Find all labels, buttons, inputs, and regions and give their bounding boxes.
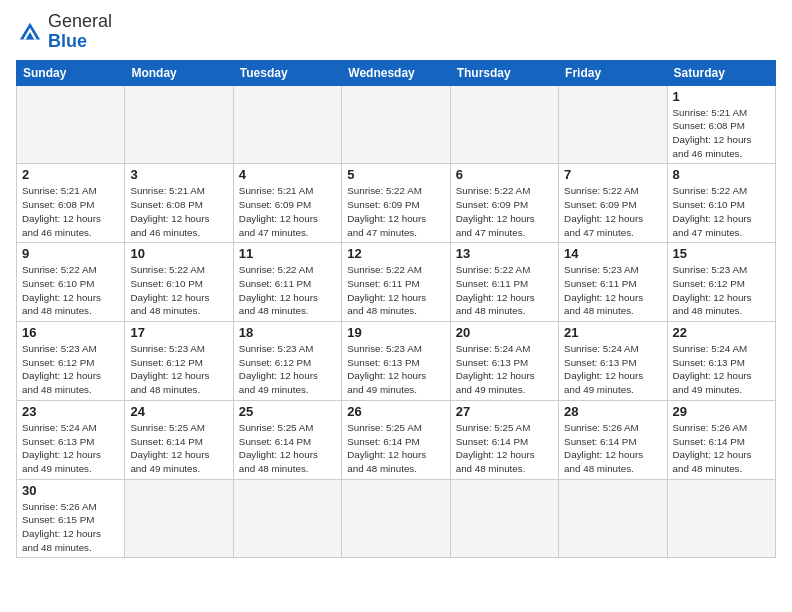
day-info: Sunrise: 5:22 AM Sunset: 6:10 PM Dayligh… bbox=[130, 263, 227, 318]
calendar-cell: 27Sunrise: 5:25 AM Sunset: 6:14 PM Dayli… bbox=[450, 400, 558, 479]
day-number: 25 bbox=[239, 404, 336, 419]
calendar-cell: 22Sunrise: 5:24 AM Sunset: 6:13 PM Dayli… bbox=[667, 322, 775, 401]
day-number: 18 bbox=[239, 325, 336, 340]
logo-icon bbox=[16, 21, 44, 43]
day-number: 11 bbox=[239, 246, 336, 261]
calendar-cell: 10Sunrise: 5:22 AM Sunset: 6:10 PM Dayli… bbox=[125, 243, 233, 322]
day-info: Sunrise: 5:22 AM Sunset: 6:11 PM Dayligh… bbox=[347, 263, 444, 318]
calendar-cell: 3Sunrise: 5:21 AM Sunset: 6:08 PM Daylig… bbox=[125, 164, 233, 243]
calendar-cell: 24Sunrise: 5:25 AM Sunset: 6:14 PM Dayli… bbox=[125, 400, 233, 479]
calendar-cell: 11Sunrise: 5:22 AM Sunset: 6:11 PM Dayli… bbox=[233, 243, 341, 322]
calendar-body: 1Sunrise: 5:21 AM Sunset: 6:08 PM Daylig… bbox=[17, 85, 776, 558]
day-info: Sunrise: 5:26 AM Sunset: 6:15 PM Dayligh… bbox=[22, 500, 119, 555]
day-info: Sunrise: 5:21 AM Sunset: 6:09 PM Dayligh… bbox=[239, 184, 336, 239]
calendar-cell: 29Sunrise: 5:26 AM Sunset: 6:14 PM Dayli… bbox=[667, 400, 775, 479]
day-info: Sunrise: 5:23 AM Sunset: 6:12 PM Dayligh… bbox=[22, 342, 119, 397]
day-info: Sunrise: 5:26 AM Sunset: 6:14 PM Dayligh… bbox=[673, 421, 770, 476]
calendar-cell bbox=[125, 85, 233, 164]
weekday-header-wednesday: Wednesday bbox=[342, 60, 450, 85]
calendar-cell: 2Sunrise: 5:21 AM Sunset: 6:08 PM Daylig… bbox=[17, 164, 125, 243]
day-number: 12 bbox=[347, 246, 444, 261]
day-number: 26 bbox=[347, 404, 444, 419]
calendar-cell bbox=[450, 479, 558, 558]
calendar-cell bbox=[342, 85, 450, 164]
calendar-cell: 4Sunrise: 5:21 AM Sunset: 6:09 PM Daylig… bbox=[233, 164, 341, 243]
day-info: Sunrise: 5:25 AM Sunset: 6:14 PM Dayligh… bbox=[239, 421, 336, 476]
day-number: 16 bbox=[22, 325, 119, 340]
day-number: 24 bbox=[130, 404, 227, 419]
day-info: Sunrise: 5:23 AM Sunset: 6:12 PM Dayligh… bbox=[239, 342, 336, 397]
calendar-cell: 8Sunrise: 5:22 AM Sunset: 6:10 PM Daylig… bbox=[667, 164, 775, 243]
day-info: Sunrise: 5:22 AM Sunset: 6:10 PM Dayligh… bbox=[22, 263, 119, 318]
calendar-cell bbox=[125, 479, 233, 558]
day-number: 7 bbox=[564, 167, 661, 182]
day-info: Sunrise: 5:26 AM Sunset: 6:14 PM Dayligh… bbox=[564, 421, 661, 476]
day-info: Sunrise: 5:21 AM Sunset: 6:08 PM Dayligh… bbox=[673, 106, 770, 161]
calendar-page: General Blue SundayMondayTuesdayWednesda… bbox=[0, 0, 792, 568]
weekday-header-monday: Monday bbox=[125, 60, 233, 85]
calendar-cell bbox=[342, 479, 450, 558]
day-number: 29 bbox=[673, 404, 770, 419]
day-number: 5 bbox=[347, 167, 444, 182]
day-info: Sunrise: 5:22 AM Sunset: 6:09 PM Dayligh… bbox=[456, 184, 553, 239]
calendar-cell bbox=[17, 85, 125, 164]
calendar-cell bbox=[233, 85, 341, 164]
calendar-cell bbox=[450, 85, 558, 164]
day-number: 27 bbox=[456, 404, 553, 419]
calendar-cell: 28Sunrise: 5:26 AM Sunset: 6:14 PM Dayli… bbox=[559, 400, 667, 479]
weekday-header-tuesday: Tuesday bbox=[233, 60, 341, 85]
day-info: Sunrise: 5:21 AM Sunset: 6:08 PM Dayligh… bbox=[22, 184, 119, 239]
day-info: Sunrise: 5:23 AM Sunset: 6:12 PM Dayligh… bbox=[130, 342, 227, 397]
calendar-cell bbox=[559, 479, 667, 558]
calendar-cell: 6Sunrise: 5:22 AM Sunset: 6:09 PM Daylig… bbox=[450, 164, 558, 243]
weekday-row: SundayMondayTuesdayWednesdayThursdayFrid… bbox=[17, 60, 776, 85]
day-info: Sunrise: 5:24 AM Sunset: 6:13 PM Dayligh… bbox=[22, 421, 119, 476]
day-number: 2 bbox=[22, 167, 119, 182]
day-info: Sunrise: 5:22 AM Sunset: 6:09 PM Dayligh… bbox=[564, 184, 661, 239]
calendar-cell: 25Sunrise: 5:25 AM Sunset: 6:14 PM Dayli… bbox=[233, 400, 341, 479]
calendar-cell: 12Sunrise: 5:22 AM Sunset: 6:11 PM Dayli… bbox=[342, 243, 450, 322]
week-row-2: 9Sunrise: 5:22 AM Sunset: 6:10 PM Daylig… bbox=[17, 243, 776, 322]
day-info: Sunrise: 5:23 AM Sunset: 6:11 PM Dayligh… bbox=[564, 263, 661, 318]
day-info: Sunrise: 5:22 AM Sunset: 6:10 PM Dayligh… bbox=[673, 184, 770, 239]
day-number: 14 bbox=[564, 246, 661, 261]
calendar-cell: 14Sunrise: 5:23 AM Sunset: 6:11 PM Dayli… bbox=[559, 243, 667, 322]
day-number: 22 bbox=[673, 325, 770, 340]
calendar-cell: 17Sunrise: 5:23 AM Sunset: 6:12 PM Dayli… bbox=[125, 322, 233, 401]
day-number: 6 bbox=[456, 167, 553, 182]
calendar-cell: 19Sunrise: 5:23 AM Sunset: 6:13 PM Dayli… bbox=[342, 322, 450, 401]
day-info: Sunrise: 5:21 AM Sunset: 6:08 PM Dayligh… bbox=[130, 184, 227, 239]
day-info: Sunrise: 5:22 AM Sunset: 6:11 PM Dayligh… bbox=[456, 263, 553, 318]
calendar-cell: 9Sunrise: 5:22 AM Sunset: 6:10 PM Daylig… bbox=[17, 243, 125, 322]
day-number: 20 bbox=[456, 325, 553, 340]
week-row-1: 2Sunrise: 5:21 AM Sunset: 6:08 PM Daylig… bbox=[17, 164, 776, 243]
weekday-header-saturday: Saturday bbox=[667, 60, 775, 85]
calendar-cell: 21Sunrise: 5:24 AM Sunset: 6:13 PM Dayli… bbox=[559, 322, 667, 401]
day-number: 17 bbox=[130, 325, 227, 340]
day-number: 30 bbox=[22, 483, 119, 498]
calendar-header: SundayMondayTuesdayWednesdayThursdayFrid… bbox=[17, 60, 776, 85]
day-info: Sunrise: 5:22 AM Sunset: 6:09 PM Dayligh… bbox=[347, 184, 444, 239]
day-number: 21 bbox=[564, 325, 661, 340]
logo-area: General Blue bbox=[16, 12, 112, 52]
week-row-5: 30Sunrise: 5:26 AM Sunset: 6:15 PM Dayli… bbox=[17, 479, 776, 558]
calendar-cell: 26Sunrise: 5:25 AM Sunset: 6:14 PM Dayli… bbox=[342, 400, 450, 479]
calendar-cell: 13Sunrise: 5:22 AM Sunset: 6:11 PM Dayli… bbox=[450, 243, 558, 322]
calendar-cell bbox=[667, 479, 775, 558]
calendar-table: SundayMondayTuesdayWednesdayThursdayFrid… bbox=[16, 60, 776, 559]
calendar-cell: 18Sunrise: 5:23 AM Sunset: 6:12 PM Dayli… bbox=[233, 322, 341, 401]
day-number: 4 bbox=[239, 167, 336, 182]
calendar-cell bbox=[233, 479, 341, 558]
day-info: Sunrise: 5:25 AM Sunset: 6:14 PM Dayligh… bbox=[130, 421, 227, 476]
day-info: Sunrise: 5:24 AM Sunset: 6:13 PM Dayligh… bbox=[564, 342, 661, 397]
calendar-cell: 5Sunrise: 5:22 AM Sunset: 6:09 PM Daylig… bbox=[342, 164, 450, 243]
weekday-header-friday: Friday bbox=[559, 60, 667, 85]
logo-text: General Blue bbox=[48, 12, 112, 52]
calendar-cell: 15Sunrise: 5:23 AM Sunset: 6:12 PM Dayli… bbox=[667, 243, 775, 322]
day-number: 9 bbox=[22, 246, 119, 261]
day-number: 19 bbox=[347, 325, 444, 340]
calendar-cell: 23Sunrise: 5:24 AM Sunset: 6:13 PM Dayli… bbox=[17, 400, 125, 479]
header: General Blue bbox=[16, 12, 776, 52]
day-number: 10 bbox=[130, 246, 227, 261]
day-info: Sunrise: 5:24 AM Sunset: 6:13 PM Dayligh… bbox=[456, 342, 553, 397]
